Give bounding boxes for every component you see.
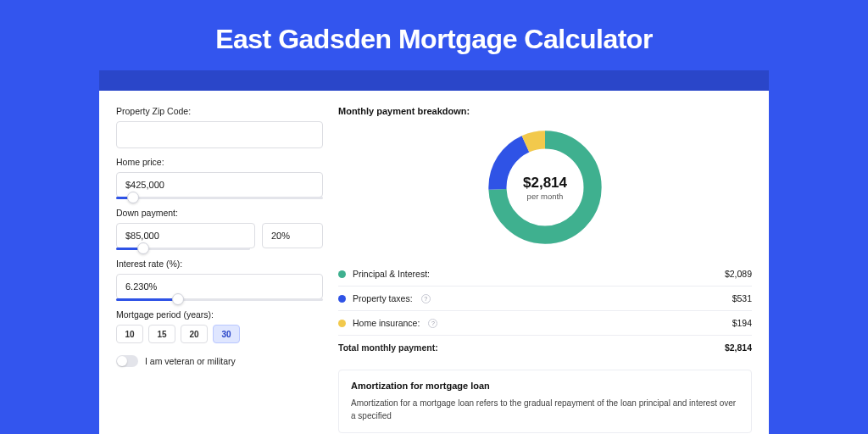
period-option-10[interactable]: 10 (116, 325, 143, 343)
down-payment-pct-input[interactable] (262, 223, 323, 248)
accent-band (99, 70, 769, 91)
legend-dot (338, 295, 346, 303)
interest-rate-slider[interactable] (116, 298, 323, 301)
legend-value: $531 (732, 293, 752, 303)
period-option-20[interactable]: 20 (181, 325, 208, 343)
legend-row: Property taxes:?$531 (338, 287, 752, 311)
veteran-toggle[interactable] (116, 355, 138, 367)
donut-amount: $2,814 (523, 175, 567, 192)
down-payment-slider[interactable] (116, 248, 250, 250)
help-icon[interactable]: ? (421, 294, 431, 303)
home-price-slider[interactable] (116, 197, 323, 199)
veteran-field: I am veteran or military (116, 355, 323, 367)
total-row: Total monthly payment: $2,814 (338, 336, 752, 359)
inputs-column: Property Zip Code: Home price: Down paym… (116, 106, 323, 431)
legend: Principal & Interest:$2,089Property taxe… (338, 262, 752, 336)
calculator-panel: Property Zip Code: Home price: Down paym… (99, 91, 769, 434)
donut-subtitle: per month (527, 192, 564, 201)
zip-input[interactable] (116, 121, 323, 148)
interest-rate-slider-fill (116, 298, 178, 301)
amortization-heading: Amortization for mortgage loan (351, 381, 739, 391)
home-price-input[interactable] (116, 172, 323, 198)
period-option-30[interactable]: 30 (213, 325, 240, 343)
zip-field: Property Zip Code: (116, 106, 323, 148)
amortization-text: Amortization for a mortgage loan refers … (351, 398, 739, 422)
donut-center: $2,814 per month (482, 125, 608, 250)
help-icon[interactable]: ? (428, 319, 437, 328)
breakdown-heading: Monthly payment breakdown: (338, 106, 752, 116)
legend-value: $2,089 (725, 269, 752, 279)
interest-rate-field: Interest rate (%): (116, 259, 323, 301)
legend-row: Home insurance:?$194 (338, 311, 752, 336)
legend-row: Principal & Interest:$2,089 (338, 262, 752, 287)
total-value: $2,814 (725, 342, 752, 353)
down-payment-field: Down payment: (116, 208, 323, 250)
veteran-label: I am veteran or military (145, 356, 236, 366)
amortization-card: Amortization for mortgage loan Amortizat… (338, 370, 752, 433)
page-title: East Gadsden Mortgage Calculator (0, 0, 868, 70)
legend-dot (338, 270, 346, 278)
total-label: Total monthly payment: (338, 342, 438, 353)
down-payment-slider-thumb[interactable] (137, 242, 149, 254)
home-price-field: Home price: (116, 157, 323, 199)
payment-donut-chart: $2,814 per month (482, 125, 608, 250)
legend-value: $194 (732, 318, 752, 328)
interest-rate-input[interactable] (116, 274, 323, 299)
legend-label: Principal & Interest: (353, 269, 430, 279)
home-price-label: Home price: (116, 157, 323, 167)
zip-label: Property Zip Code: (116, 106, 323, 116)
interest-rate-label: Interest rate (%): (116, 259, 323, 269)
mortgage-period-options: 10152030 (116, 325, 323, 343)
donut-chart-container: $2,814 per month (338, 125, 752, 250)
legend-label: Home insurance: (353, 318, 420, 328)
down-payment-label: Down payment: (116, 208, 323, 218)
interest-rate-slider-thumb[interactable] (172, 293, 184, 305)
legend-label: Property taxes: (353, 293, 413, 303)
breakdown-column: Monthly payment breakdown: $2,814 per mo… (338, 106, 752, 431)
down-payment-input[interactable] (116, 223, 255, 248)
home-price-slider-thumb[interactable] (127, 192, 139, 203)
mortgage-period-field: Mortgage period (years): 10152030 (116, 309, 323, 343)
legend-dot (338, 320, 346, 327)
mortgage-period-label: Mortgage period (years): (116, 309, 323, 320)
period-option-15[interactable]: 15 (148, 325, 175, 343)
